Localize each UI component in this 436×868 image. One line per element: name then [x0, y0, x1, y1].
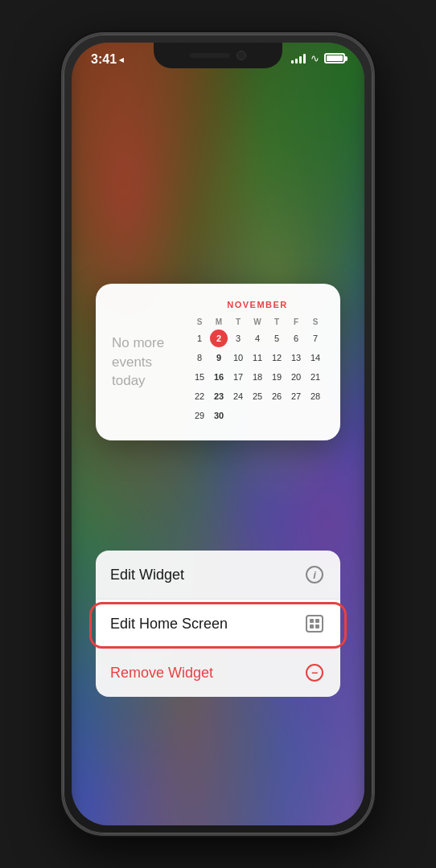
context-menu: Edit Widget i Edit Home Screen — [96, 551, 340, 697]
cal-empty-2 — [249, 407, 266, 424]
day-header-t2: T — [268, 316, 286, 328]
signal-icon — [291, 54, 306, 63]
cal-empty-4 — [287, 407, 305, 424]
cal-day-29: 29 — [191, 407, 208, 424]
cal-day-1: 1 — [191, 330, 208, 347]
cal-day-30: 30 — [210, 407, 228, 424]
day-header-w: W — [249, 316, 266, 328]
cal-day-19: 19 — [268, 368, 286, 386]
remove-widget-menu-item[interactable]: Remove Widget − — [96, 648, 340, 697]
cal-day-23: 23 — [210, 387, 228, 405]
calendar-widget: No more events today NOVEMBER S M T W T … — [96, 284, 340, 440]
cal-day-9: 9 — [210, 349, 228, 366]
minus-circle-icon: − — [303, 661, 326, 684]
no-events-text: No more events today — [112, 334, 178, 391]
day-header-m: M — [210, 316, 228, 328]
signal-bar-2 — [295, 59, 298, 63]
calendar-left: No more events today — [112, 300, 178, 424]
edit-home-label: Edit Home Screen — [110, 616, 228, 633]
cal-day-6: 6 — [287, 330, 305, 347]
time-display: 3:41 — [91, 52, 117, 67]
month-label: NOVEMBER — [191, 300, 324, 309]
cal-day-10: 10 — [229, 349, 247, 366]
cal-day-5: 5 — [268, 330, 286, 347]
remove-widget-label: Remove Widget — [110, 665, 213, 682]
day-header-s1: S — [191, 316, 208, 328]
minus-icon: − — [306, 664, 323, 682]
cal-day-13: 13 — [287, 349, 305, 366]
edit-home-screen-menu-item[interactable]: Edit Home Screen — [96, 599, 340, 648]
status-time: 3:41 ◂ — [91, 52, 124, 67]
cal-day-22: 22 — [191, 387, 208, 405]
cal-day-27: 27 — [287, 387, 305, 405]
day-header-f: F — [287, 316, 305, 328]
status-icons: ∿ — [291, 52, 345, 64]
signal-bar-3 — [299, 56, 302, 63]
wifi-icon: ∿ — [311, 52, 319, 64]
cal-day-11: 11 — [249, 349, 266, 366]
grid-dot-4 — [315, 624, 319, 628]
context-menu-items: Edit Widget i Edit Home Screen — [96, 551, 340, 697]
cal-day-24: 24 — [229, 387, 247, 405]
notch — [154, 43, 282, 68]
info-icon: i — [303, 563, 326, 586]
grid-dot-2 — [315, 619, 319, 623]
cal-day-18: 18 — [249, 368, 266, 386]
signal-bar-1 — [291, 60, 294, 63]
home-screen-grid-icon — [306, 615, 323, 633]
cal-day-4: 4 — [249, 330, 266, 347]
edit-widget-label: Edit Widget — [110, 567, 184, 583]
speaker — [190, 53, 230, 58]
info-circle-icon: i — [306, 566, 323, 583]
cal-day-8: 8 — [191, 349, 208, 366]
cal-day-25: 25 — [249, 387, 266, 405]
cal-day-20: 20 — [287, 368, 305, 386]
cal-day-2-today: 2 — [210, 330, 228, 347]
cal-day-21: 21 — [306, 368, 324, 386]
cal-empty-1 — [229, 407, 247, 424]
home-screen-icon — [303, 612, 326, 635]
cal-day-7: 7 — [306, 330, 324, 347]
cal-day-15: 15 — [191, 368, 208, 386]
calendar-right: NOVEMBER S M T W T F S 1 2 3 4 5 6 — [191, 300, 324, 424]
cal-day-28: 28 — [306, 387, 324, 405]
day-header-s2: S — [306, 316, 324, 328]
location-arrow-icon: ◂ — [119, 55, 124, 65]
battery-icon — [324, 53, 345, 63]
camera — [237, 51, 246, 60]
edit-widget-menu-item[interactable]: Edit Widget i — [96, 551, 340, 599]
battery-fill — [327, 55, 343, 61]
cal-day-26: 26 — [268, 387, 286, 405]
cal-day-17: 17 — [229, 368, 247, 386]
phone-frame: 3:41 ◂ ∿ No more events today — [61, 32, 375, 836]
cal-empty-5 — [306, 407, 324, 424]
grid-dot-1 — [310, 619, 314, 623]
signal-bar-4 — [303, 54, 306, 63]
cal-day-14: 14 — [306, 349, 324, 366]
grid-dot-3 — [310, 624, 314, 628]
calendar-grid: S M T W T F S 1 2 3 4 5 6 7 8 — [191, 316, 324, 424]
phone-screen: 3:41 ◂ ∿ No more events today — [72, 43, 364, 825]
cal-day-16: 16 — [210, 368, 228, 386]
cal-day-12: 12 — [268, 349, 286, 366]
cal-day-3: 3 — [229, 330, 247, 347]
day-header-t1: T — [229, 316, 247, 328]
cal-empty-3 — [268, 407, 286, 424]
